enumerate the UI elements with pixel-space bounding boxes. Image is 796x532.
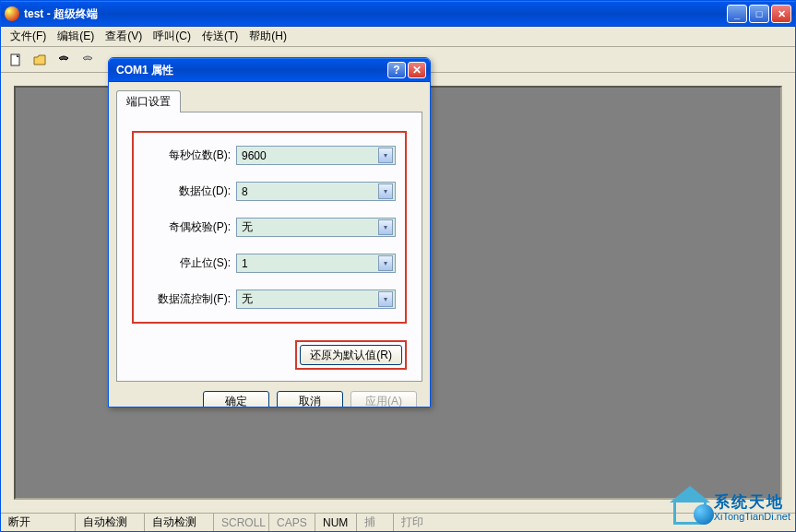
combo-baud-value: 9600 xyxy=(242,149,378,162)
watermark-url: XiTongTianDi.net xyxy=(714,511,790,522)
maximize-button[interactable]: □ xyxy=(749,5,769,23)
cancel-button[interactable]: 取消 xyxy=(277,391,343,408)
menu-file[interactable]: 文件(F) xyxy=(5,27,52,46)
dialog-title: COM1 属性 xyxy=(113,63,386,78)
dialog-close-button[interactable]: ✕ xyxy=(408,62,426,78)
menu-edit[interactable]: 编辑(E) xyxy=(52,27,100,46)
watermark-logo-icon xyxy=(671,490,708,526)
restore-defaults-highlight: 还原为默认值(R) xyxy=(295,340,407,370)
status-caps: CAPS xyxy=(268,514,315,531)
combo-databits[interactable]: 8 ▾ xyxy=(236,182,396,201)
ok-button[interactable]: 确定 xyxy=(203,391,269,408)
field-data-bits: 数据位(D): 8 ▾ xyxy=(143,182,396,201)
label-baud: 每秒位数(B): xyxy=(143,148,231,163)
status-scroll: SCROLL xyxy=(213,514,268,531)
label-flowctrl: 数据流控制(F): xyxy=(143,291,231,307)
label-databits: 数据位(D): xyxy=(143,183,231,199)
dialog-button-row: 确定 取消 应用(A) xyxy=(116,382,422,408)
combo-databits-value: 8 xyxy=(242,185,378,198)
minimize-button[interactable]: _ xyxy=(727,5,747,23)
dialog-help-button[interactable]: ? xyxy=(387,62,406,78)
tab-strip: 端口设置 xyxy=(116,89,422,112)
menu-help[interactable]: 帮助(H) xyxy=(244,27,292,46)
apply-button[interactable]: 应用(A) xyxy=(350,391,417,408)
tab-port-settings[interactable]: 端口设置 xyxy=(116,90,181,112)
label-stopbits: 停止位(S): xyxy=(143,255,231,271)
status-connection: 断开 xyxy=(1,514,75,531)
menu-call[interactable]: 呼叫(C) xyxy=(148,27,196,46)
combo-stopbits[interactable]: 1 ▾ xyxy=(236,254,396,273)
dialog-titlebar: COM1 属性 ? ✕ xyxy=(109,58,430,82)
watermark-title: 系统天地 xyxy=(714,494,790,512)
main-titlebar: test - 超级终端 _ □ ✕ xyxy=(1,1,795,27)
menu-transfer[interactable]: 传送(T) xyxy=(196,27,244,46)
combo-baud[interactable]: 9600 ▾ xyxy=(236,146,396,165)
status-capture: 捕 xyxy=(356,514,393,531)
menubar: 文件(F) 编辑(E) 查看(V) 呼叫(C) 传送(T) 帮助(H) xyxy=(1,27,795,47)
combo-parity-value: 无 xyxy=(242,219,378,235)
tab-panel: 每秒位数(B): 9600 ▾ 数据位(D): 8 ▾ 奇偶校验(P): xyxy=(116,112,422,382)
phone-disconnect-icon[interactable] xyxy=(78,52,97,68)
combo-flowctrl-value: 无 xyxy=(242,291,378,307)
chevron-down-icon: ▾ xyxy=(378,148,393,163)
field-stop-bits: 停止位(S): 1 ▾ xyxy=(143,254,396,273)
field-baud-rate: 每秒位数(B): 9600 ▾ xyxy=(143,146,396,165)
restore-defaults-button[interactable]: 还原为默认值(R) xyxy=(300,345,402,365)
status-autodetect1: 自动检测 xyxy=(75,514,144,531)
combo-flowctrl[interactable]: 无 ▾ xyxy=(236,290,396,309)
watermark: 系统天地 XiTongTianDi.net xyxy=(671,490,790,526)
phone-connect-icon[interactable] xyxy=(54,52,73,68)
window-title: test - 超级终端 xyxy=(24,6,727,22)
app-icon xyxy=(5,6,19,21)
chevron-down-icon: ▾ xyxy=(378,255,393,271)
open-file-icon[interactable] xyxy=(30,52,49,68)
close-button[interactable]: ✕ xyxy=(771,5,791,23)
chevron-down-icon: ▾ xyxy=(378,291,393,307)
field-flow-control: 数据流控制(F): 无 ▾ xyxy=(143,290,396,309)
combo-parity[interactable]: 无 ▾ xyxy=(236,218,396,237)
combo-stopbits-value: 1 xyxy=(242,257,378,270)
status-autodetect2: 自动检测 xyxy=(144,514,213,531)
fields-highlight-box: 每秒位数(B): 9600 ▾ 数据位(D): 8 ▾ 奇偶校验(P): xyxy=(132,131,407,324)
chevron-down-icon: ▾ xyxy=(378,183,393,199)
chevron-down-icon: ▾ xyxy=(378,219,393,235)
menu-view[interactable]: 查看(V) xyxy=(100,27,148,46)
label-parity: 奇偶校验(P): xyxy=(143,219,231,235)
com1-properties-dialog: COM1 属性 ? ✕ 端口设置 每秒位数(B): 9600 ▾ 数据位(D): xyxy=(108,57,431,408)
field-parity: 奇偶校验(P): 无 ▾ xyxy=(143,218,396,237)
new-file-icon[interactable] xyxy=(6,52,25,68)
status-num: NUM xyxy=(315,514,356,531)
